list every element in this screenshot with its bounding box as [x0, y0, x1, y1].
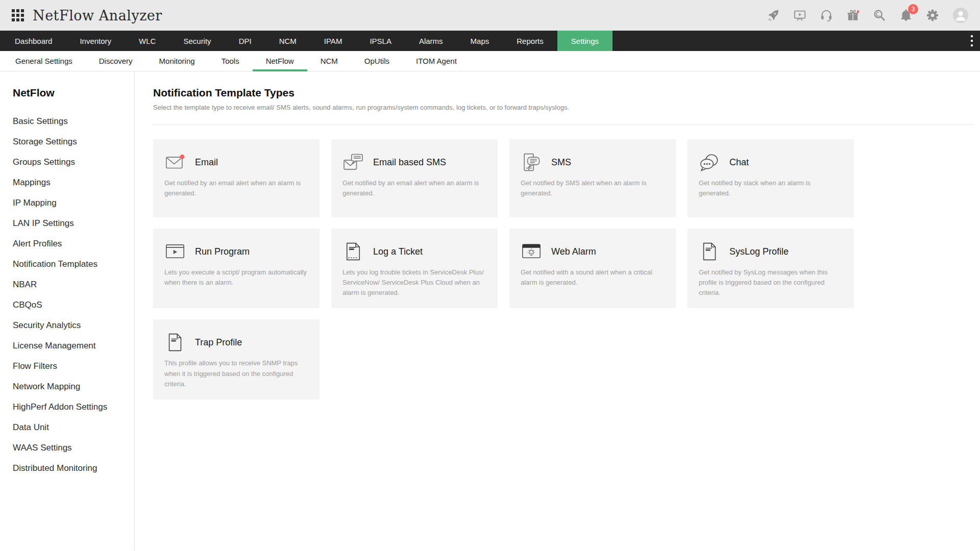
sidebar-item[interactable]: Network Mapping — [13, 377, 125, 397]
card-title: SMS — [551, 157, 571, 168]
nav-item[interactable]: IPAM — [310, 31, 356, 51]
sidebar-item[interactable]: Alert Profiles — [13, 234, 125, 254]
card-title: SysLog Profile — [729, 246, 789, 257]
notification-template-card[interactable]: Email based SMS Get notified by an email… — [331, 139, 498, 217]
nav-item[interactable]: Security — [169, 31, 225, 51]
sidebar-item[interactable]: License Management — [13, 336, 125, 356]
sidebar-item[interactable]: CBQoS — [13, 295, 125, 315]
card-grid: Email Get notified by an email alert whe… — [153, 139, 973, 399]
nav-item[interactable]: Inventory — [66, 31, 125, 51]
sidebar-item[interactable]: Basic Settings — [13, 111, 125, 132]
subnav-item[interactable]: ITOM Agent — [403, 51, 470, 71]
sidebar-item[interactable]: Groups Settings — [13, 152, 125, 172]
notification-bell-icon[interactable]: 3 — [899, 9, 913, 22]
sidebar-item[interactable]: Storage Settings — [13, 132, 125, 152]
demo-player-icon[interactable] — [793, 9, 806, 22]
nav-item[interactable]: NCM — [265, 31, 310, 51]
sidebar-item[interactable]: HighPerf Addon Settings — [13, 397, 125, 417]
nav-item-label: Alarms — [419, 37, 443, 45]
notification-template-card[interactable]: SMS Get notified by SMS alert when an al… — [509, 139, 676, 217]
sidebar-item-label: Flow Filters — [13, 361, 57, 371]
sidebar-item-label: NBAR — [13, 280, 37, 289]
sidebar-item[interactable]: Security Analytics — [13, 315, 125, 336]
sidebar-item[interactable]: LAN IP Settings — [13, 213, 125, 234]
notification-template-card[interactable]: Run Program Lets you execute a script/ p… — [153, 229, 320, 308]
nav-item[interactable]: Reports — [503, 31, 557, 51]
sidebar-item-label: LAN IP Settings — [13, 218, 74, 228]
settings-gear-icon[interactable] — [926, 9, 939, 22]
nav-item-label: IPAM — [324, 37, 342, 45]
page-title: Notification Template Types — [153, 87, 973, 99]
divider — [153, 124, 973, 125]
sidebar-item[interactable]: Flow Filters — [13, 356, 125, 377]
apps-grid-icon[interactable] — [11, 9, 24, 22]
subnav-item[interactable]: OpUtils — [351, 51, 403, 71]
notification-template-card[interactable]: Chat Get notified by slack when an alarm… — [688, 139, 854, 217]
subnav-item[interactable]: NCM — [307, 51, 351, 71]
web-alarm-icon — [521, 242, 542, 261]
sidebar-item[interactable]: IP Mapping — [13, 193, 125, 213]
card-title: Log a Ticket — [373, 246, 423, 257]
card-title: Run Program — [195, 246, 250, 257]
search-icon[interactable] — [873, 9, 886, 22]
nav-item[interactable]: Dashboard — [1, 31, 66, 51]
sidebar-item-label: Distributed Monitoring — [13, 463, 97, 473]
notification-template-card[interactable]: Trap Profile This profile allows you to … — [153, 319, 320, 399]
notification-template-card[interactable]: Log a Ticket Lets you log trouble ticket… — [331, 229, 498, 308]
sidebar-item-label: License Management — [13, 341, 96, 350]
card-head: Web Alarm — [521, 242, 665, 261]
card-title: Email based SMS — [373, 157, 446, 168]
email-sms-icon — [342, 153, 364, 171]
sidebar-item-label: HighPerf Addon Settings — [13, 402, 107, 412]
sidebar-item[interactable]: NBAR — [13, 274, 125, 295]
nav-item[interactable]: Settings — [557, 31, 612, 51]
card-head: Log a Ticket — [342, 242, 486, 261]
support-headset-icon[interactable] — [820, 9, 833, 22]
sidebar-item-label: Notification Templates — [13, 259, 97, 269]
nav-item-label: Maps — [471, 37, 489, 45]
notification-count-badge: 3 — [908, 4, 918, 14]
subnav-item[interactable]: NetFlow — [253, 51, 307, 71]
nav-item-label: Settings — [571, 37, 599, 45]
card-head: Run Program — [164, 242, 308, 261]
nav-item[interactable]: Alarms — [405, 31, 457, 51]
sidebar-item[interactable]: Notification Templates — [13, 254, 125, 274]
notification-template-card[interactable]: Web Alarm Get notified with a sound aler… — [509, 229, 676, 308]
subnav-item-label: Tools — [222, 57, 239, 65]
notification-template-card[interactable]: Email Get notified by an email alert whe… — [153, 139, 320, 217]
card-description: Get notified with a sound alert when a c… — [521, 267, 665, 288]
nav-item[interactable]: DPI — [225, 31, 265, 51]
subnav-item[interactable]: Monitoring — [146, 51, 208, 71]
sidebar-item[interactable]: Distributed Monitoring — [13, 458, 125, 479]
notification-template-card[interactable]: SysLog Profile Get notified by SysLog me… — [688, 229, 854, 308]
subnav-item-label: Discovery — [99, 57, 133, 65]
card-title: Trap Profile — [195, 337, 242, 348]
sidebar-item-label: Groups Settings — [13, 157, 75, 167]
card-head: Email based SMS — [342, 153, 486, 171]
nav-item[interactable]: IPSLA — [356, 31, 405, 51]
sidebar-item-label: Basic Settings — [13, 116, 68, 126]
card-description: Get notified by SysLog messages when thi… — [699, 267, 843, 298]
card-head: SMS — [521, 153, 665, 171]
subnav-item[interactable]: Discovery — [86, 51, 146, 71]
nav-overflow-menu-icon[interactable] — [970, 31, 974, 51]
gift-icon[interactable] — [846, 9, 860, 22]
subnav-item-label: NetFlow — [266, 57, 294, 65]
card-description: This profile allows you to receive SNMP … — [164, 358, 308, 389]
chat-icon — [699, 153, 720, 171]
sidebar-item[interactable]: Mappings — [13, 172, 125, 193]
subnav-item[interactable]: Tools — [208, 51, 253, 71]
subnav-item[interactable]: General Settings — [2, 51, 86, 71]
nav-item[interactable]: Maps — [457, 31, 503, 51]
nav-items: DashboardInventoryWLCSecurityDPINCMIPAMI… — [1, 31, 612, 51]
sidebar-item[interactable]: Data Unit — [13, 417, 125, 438]
nav-item[interactable]: WLC — [125, 31, 169, 51]
syslog-profile-icon — [699, 242, 720, 261]
rocket-icon[interactable] — [767, 9, 780, 22]
body-region: NetFlow Basic SettingsStorage SettingsGr… — [0, 71, 980, 550]
sidebar-item-label: IP Mapping — [13, 198, 57, 208]
card-description: Get notified by slack when an alarm is g… — [699, 178, 843, 198]
sidebar-item-label: Mappings — [13, 178, 51, 187]
sidebar-item[interactable]: WAAS Settings — [13, 438, 125, 458]
user-avatar[interactable] — [952, 7, 969, 23]
